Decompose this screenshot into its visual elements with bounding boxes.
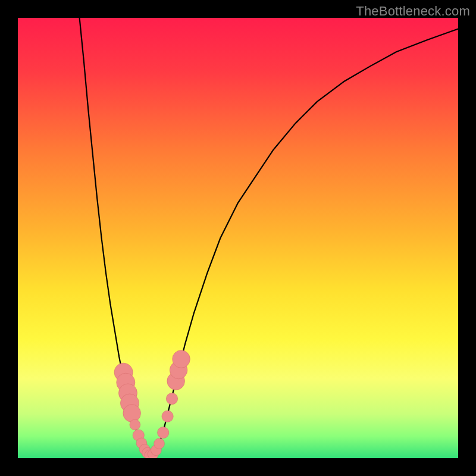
svg-point-15 (158, 427, 169, 438)
svg-point-17 (166, 393, 177, 404)
chart-frame: TheBottleneck.com (0, 0, 476, 476)
svg-point-20 (173, 350, 190, 368)
svg-point-16 (162, 411, 173, 422)
watermark-text: TheBottleneck.com (356, 4, 470, 19)
svg-point-14 (154, 439, 165, 449)
bottleneck-curve (18, 18, 458, 458)
svg-point-6 (130, 419, 140, 430)
plot-area (18, 18, 458, 458)
svg-point-5 (123, 405, 141, 422)
